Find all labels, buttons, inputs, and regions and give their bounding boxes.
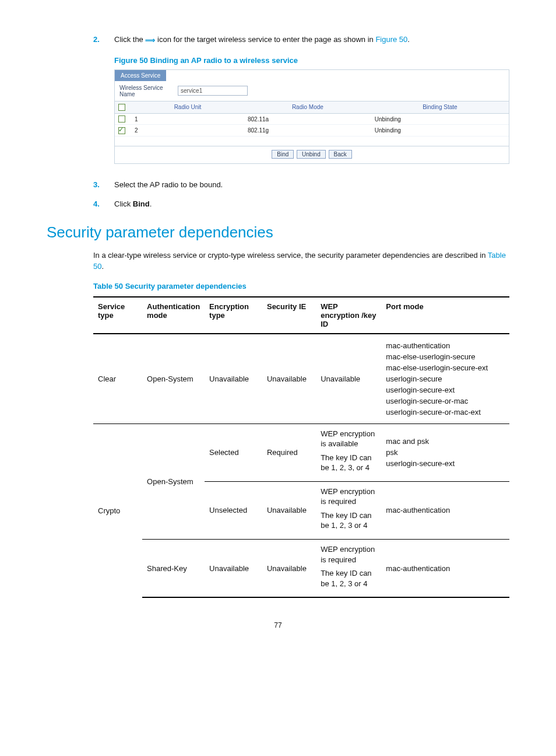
service-name-input[interactable] [178,86,248,96]
col-wep: WEP encryption /key ID [316,297,381,334]
table-row: Crypto Open-System Selected Required WEP… [93,424,509,481]
col-security-ie: Security IE [262,297,316,334]
step-2: 2. Click the ⟹ icon for the target wirel… [93,35,509,164]
panel-tab-access-service[interactable]: Access Service [115,70,166,81]
col-binding-state: Binding State [371,101,509,113]
service-name-row: Wireless Service Name [115,81,509,101]
section-heading: Security parameter dependencies [47,223,509,242]
step-text: Click the ⟹ icon for the target wireless… [114,35,410,44]
col-auth-mode: Authentication mode [142,297,205,334]
col-radio-unit: Radio Unit [131,101,244,113]
port-mode-list: mac and psk psk userlogin-secure-ext [386,437,505,468]
select-all-header[interactable] [115,101,131,113]
figure-caption: Figure 50 Binding an AP radio to a wirel… [114,56,509,65]
table-header-row: Service type Authentication mode Encrypt… [93,297,509,334]
table-row: Shared-Key Unavailable Unavailable WEP e… [93,540,509,598]
row-checkbox[interactable] [115,125,131,136]
step-text: Click Bind. [114,200,152,208]
port-mode-list: mac-authentication mac-else-userlogin-se… [386,341,505,416]
figure-link[interactable]: Figure 50 [375,35,407,44]
radio-row: 1 802.11a Unbinding [115,113,509,124]
binding-panel: Access Service Wireless Service Name Rad… [114,69,509,164]
col-port-mode: Port mode [381,297,509,334]
service-name-label: Wireless Service Name [119,85,178,97]
step-text: Select the AP radio to be bound. [114,180,223,189]
col-radio-mode: Radio Mode [244,101,371,113]
back-button[interactable]: Back [329,150,352,159]
col-service-type: Service type [93,297,142,334]
bind-button[interactable]: Bind [272,150,294,159]
step-4: 4. Click Bind. [93,200,509,208]
col-enc-type: Encryption type [205,297,262,334]
radio-table: Radio Unit Radio Mode Binding State 1 80… [115,101,509,136]
radio-row: 2 802.11g Unbinding [115,125,509,136]
unbind-button[interactable]: Unbind [297,150,326,159]
security-table: Service type Authentication mode Encrypt… [93,296,509,598]
step-number: 2. [93,35,100,44]
intro-paragraph: In a clear-type wireless service or cryp… [93,250,509,272]
link-icon: ⟹ [145,36,155,44]
page-number: 77 [47,621,509,629]
step-3: 3. Select the AP radio to be bound. [93,180,509,189]
table-row: Clear Open-System Unavailable Unavailabl… [93,334,509,424]
table-caption: Table 50 Security parameter dependencies [93,282,509,290]
row-checkbox[interactable] [115,113,131,124]
step-number: 3. [93,180,100,189]
panel-buttons: Bind Unbind Back [115,146,509,163]
step-number: 4. [93,200,100,208]
